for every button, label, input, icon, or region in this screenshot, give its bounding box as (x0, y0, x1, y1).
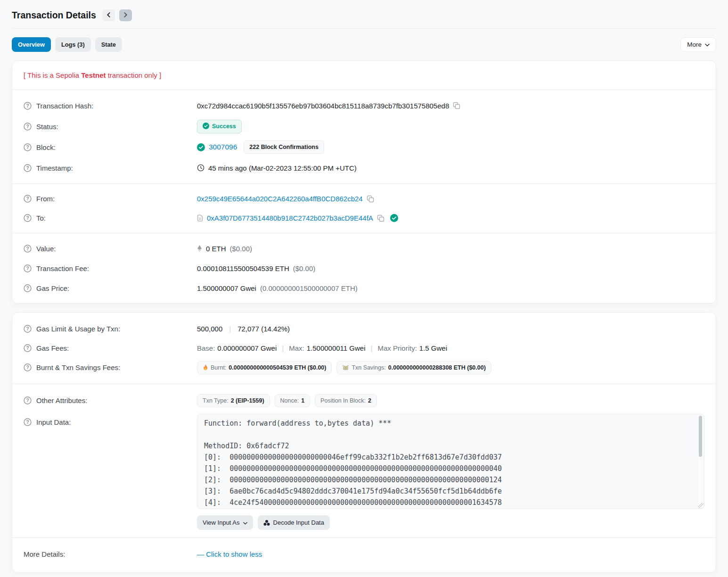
view-input-as-button[interactable]: View Input As (197, 515, 253, 530)
transaction-hash-label: Transaction Hash: (36, 102, 93, 110)
value-label: Value: (36, 245, 56, 253)
check-circle-icon (197, 143, 205, 151)
decode-input-data-button[interactable]: Decode Input Data (258, 515, 330, 530)
chevron-left-icon (106, 12, 111, 19)
gas-group: ? Gas Limit & Usage by Txn: 500,000 | 72… (12, 313, 716, 384)
transaction-hash-row: ? Transaction Hash: 0xc72d984ccac6190b5f… (24, 95, 704, 116)
help-icon[interactable]: ? (24, 102, 32, 110)
help-icon[interactable]: ? (24, 143, 32, 151)
block-label: Block: (36, 143, 56, 151)
gas-price-label: Gas Price: (36, 284, 69, 292)
svg-text:?: ? (26, 103, 29, 108)
to-label: To: (36, 214, 46, 222)
more-button[interactable]: More (680, 37, 716, 52)
verified-check-icon (390, 214, 398, 222)
txn-type-value: 2 (EIP-1559) (231, 397, 264, 404)
view-input-as-label: View Input As (203, 519, 240, 526)
help-icon[interactable]: ? (24, 325, 32, 333)
help-icon[interactable]: ? (24, 123, 32, 131)
help-icon[interactable]: ? (24, 344, 32, 352)
svg-text:?: ? (26, 365, 29, 370)
status-row: ? Status: Success (24, 116, 704, 137)
eth-diamond-icon (197, 245, 202, 252)
help-icon[interactable]: ? (24, 214, 32, 222)
help-icon[interactable]: ? (24, 264, 32, 272)
timestamp-label: Timestamp: (36, 164, 73, 172)
input-data-line: [4]: 4ce24f54000000000000000000000000000… (204, 497, 697, 508)
max-fee-label: Max: (289, 344, 304, 352)
burnt-savings-label: Burnt & Txn Savings Fees: (36, 363, 120, 371)
burnt-savings-row: ? Burnt & Txn Savings Fees: Burnt: 0.000… (24, 358, 704, 377)
help-icon[interactable]: ? (24, 284, 32, 292)
input-data-box[interactable]: Function: forward(address to,bytes data)… (197, 414, 704, 509)
copy-icon[interactable] (377, 214, 384, 222)
value-amount: 0 ETH (206, 245, 226, 253)
input-data-row: ? Input Data: Function: forward(address … (24, 414, 704, 530)
svg-text:?: ? (26, 196, 29, 201)
other-attributes-row: ? Other Attributes: Txn Type: 2 (EIP-155… (24, 391, 704, 410)
prev-transaction-button[interactable] (102, 9, 115, 21)
help-icon[interactable]: ? (24, 363, 32, 371)
value-usd: ($0.00) (230, 245, 253, 253)
details-card: ? Gas Limit & Usage by Txn: 500,000 | 72… (12, 312, 716, 573)
copy-icon[interactable] (367, 195, 374, 203)
txn-type-label: Txn Type: (203, 397, 229, 404)
input-data-line (204, 429, 697, 440)
gas-price-row: ? Gas Price: 1.500000007 Gwei (0.0000000… (24, 278, 704, 298)
svg-text:?: ? (26, 285, 29, 290)
nonce-badge: Nonce: 1 (275, 394, 311, 407)
page-title: Transaction Details (12, 10, 96, 21)
gas-limit-row: ? Gas Limit & Usage by Txn: 500,000 | 72… (24, 319, 704, 338)
to-row: ? To: 0xA3f07D6773514480b918C2742b027b3a… (24, 208, 704, 228)
svg-text:?: ? (26, 265, 29, 271)
nonce-label: Nonce: (280, 397, 299, 404)
show-less-link[interactable]: — Click to show less (197, 550, 262, 558)
svg-text:?: ? (26, 246, 29, 251)
help-icon[interactable]: ? (24, 245, 32, 253)
scrollbar-thumb[interactable] (699, 416, 702, 457)
help-icon[interactable]: ? (24, 396, 32, 404)
block-number-link[interactable]: 3007096 (209, 143, 237, 151)
gas-price-value: 1.500000007 Gwei (197, 284, 256, 292)
svg-text:?: ? (26, 420, 29, 425)
max-fee-value: 1.500000011 Gwei (307, 344, 366, 352)
svg-text:?: ? (26, 165, 29, 170)
value-row: ? Value: 0 ETH ($0.00) (24, 239, 704, 258)
tab-logs[interactable]: Logs (3) (55, 37, 91, 52)
resize-handle-icon[interactable] (698, 503, 703, 508)
nonce-value: 1 (301, 397, 304, 404)
input-data-line: Function: forward(address to,bytes data)… (204, 418, 697, 429)
money-wings-icon (342, 365, 349, 371)
max-priority-value: 1.5 Gwei (419, 344, 447, 352)
testnet-notice: [ This is a Sepolia Testnet transaction … (24, 66, 704, 84)
burnt-badge-label: Burnt: (211, 364, 226, 371)
decode-input-data-label: Decode Input Data (273, 519, 324, 526)
svg-text:?: ? (26, 124, 29, 129)
more-details-row: More Details: — Click to show less (24, 544, 704, 564)
check-circle-icon (203, 123, 209, 131)
overview-card: [ This is a Sepolia Testnet transaction … (12, 60, 716, 304)
from-address-link[interactable]: 0x259c49E65644a020C2A642260a4ffB0CD862cb… (197, 195, 363, 203)
svg-text:?: ? (26, 215, 29, 221)
notice-suffix: transaction only ] (106, 71, 162, 79)
decode-cluster-icon (263, 519, 270, 526)
to-address-link[interactable]: 0xA3f07D6773514480b918C2742b027b3acD9E44… (207, 214, 373, 222)
input-scrollbar[interactable] (698, 416, 703, 507)
tab-state[interactable]: State (95, 37, 122, 52)
tab-bar: Overview Logs (3) State More (12, 37, 716, 52)
svg-text:?: ? (26, 326, 29, 331)
position-value: 2 (368, 397, 371, 404)
help-icon[interactable]: ? (24, 164, 32, 172)
copy-icon[interactable] (453, 102, 460, 109)
gas-limit-label: Gas Limit & Usage by Txn: (36, 325, 120, 333)
help-icon[interactable]: ? (24, 195, 32, 203)
header-divider (12, 28, 716, 29)
notice-bold: Testnet (81, 71, 106, 79)
help-icon[interactable]: ? (24, 418, 32, 426)
input-data-line: [3]: 6ae0bc76cad4d5c94802dddc370041e175f… (204, 486, 697, 497)
input-data-line: [5]: 5d9c0000000000000000000000000000000… (204, 508, 697, 509)
tab-overview[interactable]: Overview (12, 37, 51, 52)
next-transaction-button[interactable] (119, 9, 132, 21)
page-header: Transaction Details (12, 0, 716, 21)
burnt-badge-value: 0.000000000000504539 ETH ($0.00) (229, 364, 326, 371)
